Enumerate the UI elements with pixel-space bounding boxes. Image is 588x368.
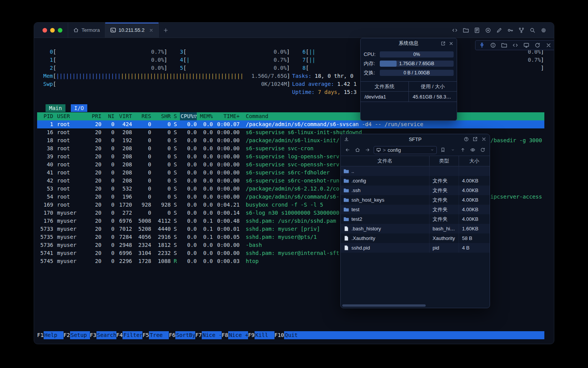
file-row[interactable]: .config文件夹4.00KB <box>341 176 490 186</box>
zoom-window-button[interactable] <box>58 28 62 33</box>
column-header-mem[interactable]: MEM% <box>197 112 213 120</box>
chevron-down-icon[interactable] <box>430 148 434 152</box>
file-name: .config <box>351 178 366 184</box>
file-row[interactable]: ssh_host_keys文件夹4.00KB <box>341 195 490 205</box>
close-icon[interactable] <box>449 41 454 46</box>
fkey-f4[interactable]: F4 <box>116 331 123 339</box>
fkey-label-f5[interactable]: Tree <box>149 331 169 339</box>
column-header-res[interactable]: RES <box>132 112 151 120</box>
file-row[interactable]: .bash_historybash_hi…1.60KB <box>341 224 490 233</box>
folder-icon[interactable] <box>501 42 508 49</box>
fkey-label-f8[interactable]: Nice + <box>228 331 248 339</box>
cpu-meter-0: 0[0.7%] <box>43 48 167 56</box>
record-icon[interactable] <box>485 27 492 34</box>
code-icon[interactable] <box>512 42 519 49</box>
fkey-label-f1[interactable]: Help <box>44 331 64 339</box>
filesystem-name: /dev/vda1 <box>361 92 409 102</box>
file-row[interactable]: test文件夹4.00KB <box>341 205 490 214</box>
new-tab-button[interactable] <box>159 23 173 38</box>
file-row[interactable]: test2文件夹4.00KB <box>341 214 490 224</box>
tab-home[interactable]: Termora <box>68 23 105 38</box>
log-icon[interactable] <box>474 27 480 34</box>
column-header-ni[interactable]: NI <box>101 112 114 120</box>
fkey-label-f4[interactable]: Filter <box>122 331 142 339</box>
fkey-label-f7[interactable]: Nice - <box>202 331 222 339</box>
help-icon[interactable] <box>464 136 469 142</box>
fkey-f7[interactable]: F7 <box>195 331 202 339</box>
key-icon[interactable] <box>507 27 514 34</box>
settings-icon[interactable] <box>540 27 547 34</box>
column-header-user[interactable]: USER <box>53 112 82 120</box>
fkey-label-f2[interactable]: Setup <box>70 331 90 339</box>
home-icon[interactable] <box>354 146 361 154</box>
minimize-window-button[interactable] <box>50 28 55 33</box>
column-header-filename[interactable]: 文件名 <box>341 156 430 166</box>
file-row[interactable]: .. <box>341 166 490 176</box>
open-in-window-icon[interactable] <box>441 41 446 46</box>
folder-icon[interactable] <box>462 27 469 34</box>
fkey-f9[interactable]: F9 <box>248 331 255 339</box>
column-header-size[interactable]: 大小 <box>459 156 490 166</box>
download-icon[interactable] <box>344 134 349 144</box>
fkey-label-f6[interactable]: SortBy <box>175 331 195 339</box>
column-header-virt[interactable]: VIRT <box>114 112 132 120</box>
column-header-type[interactable]: 类型 <box>430 156 459 166</box>
column-header-pri[interactable]: PRI <box>82 112 101 120</box>
fkey-f10[interactable]: F10 <box>274 331 284 339</box>
computer-icon <box>376 148 381 152</box>
close-icon[interactable] <box>545 42 552 49</box>
display-icon[interactable] <box>523 42 530 49</box>
path-breadcrumb[interactable]: > config <box>374 146 437 154</box>
fkey-f8[interactable]: F8 <box>222 331 228 339</box>
htop-tab-io[interactable]: I/O <box>71 104 87 112</box>
forward-icon[interactable] <box>364 146 371 154</box>
fkey-f6[interactable]: F6 <box>169 331 175 339</box>
file-row[interactable]: .XauthorityXauthority58 B <box>341 233 490 243</box>
column-header-state[interactable]: S <box>171 112 180 120</box>
scrollbar-thumb[interactable] <box>342 304 426 307</box>
fkey-f1[interactable]: F1 <box>37 331 44 339</box>
up-directory-icon[interactable] <box>459 146 467 154</box>
info-icon[interactable] <box>490 42 497 49</box>
edit-icon[interactable] <box>496 27 503 34</box>
fkey-label-f3[interactable]: Search <box>96 331 116 339</box>
folder-icon <box>343 178 349 184</box>
close-icon[interactable] <box>481 136 487 142</box>
pin-icon[interactable] <box>479 42 485 49</box>
tab-close-icon[interactable] <box>149 28 154 33</box>
column-header-pid[interactable]: PID <box>37 112 53 120</box>
fkey-label-f10[interactable]: Quit <box>284 331 304 339</box>
file-name-cell: .. <box>341 166 430 176</box>
refresh-icon[interactable] <box>534 42 541 49</box>
back-icon[interactable] <box>344 146 351 154</box>
search-icon[interactable] <box>529 27 536 34</box>
bookmark-icon[interactable] <box>439 146 447 154</box>
fkey-f5[interactable]: F5 <box>142 331 149 339</box>
close-window-button[interactable] <box>42 28 47 33</box>
fkey-label-f9[interactable]: Kill <box>255 331 274 339</box>
cpu-meter-1: 1[0.0%] <box>43 56 167 64</box>
column-header-shr[interactable]: SHR <box>151 112 171 120</box>
process-row[interactable]: 1root20042400S0.00.00:00.07/package/admi… <box>37 120 544 128</box>
branch-icon[interactable] <box>518 27 525 34</box>
column-header-time[interactable]: TIME+ <box>213 112 240 120</box>
memory-usage-value: 1.75GB / 7.65GB <box>399 61 434 66</box>
htop-view-tabs: Main I/O <box>37 104 87 112</box>
column-header-cpu-sorted[interactable]: CPU%▽ <box>180 112 197 120</box>
code-icon[interactable] <box>451 27 458 34</box>
show-hidden-eye-icon[interactable] <box>469 146 477 154</box>
file-row[interactable]: .ssh文件夹4.00KB <box>341 186 490 195</box>
cpu-meter-row: 1[0.0%]4[|0.7%]7[||0.7%] <box>43 56 544 64</box>
htop-tab-main[interactable]: Main <box>46 104 65 112</box>
refresh-icon[interactable] <box>479 146 487 154</box>
sftp-title: SFTP <box>409 136 421 142</box>
bookmark-dropdown-icon[interactable] <box>449 146 457 154</box>
folder-icon <box>343 187 349 193</box>
fkey-f3[interactable]: F3 <box>90 331 96 339</box>
file-row[interactable]: sshd.pidpid4 B <box>341 243 490 253</box>
fkey-f2[interactable]: F2 <box>64 331 70 339</box>
file-name: test2 <box>351 216 362 222</box>
open-in-window-icon[interactable] <box>472 136 478 142</box>
titlebar-toolbar <box>451 23 554 38</box>
tab-session[interactable]: 10.211.55.2 <box>105 23 159 38</box>
